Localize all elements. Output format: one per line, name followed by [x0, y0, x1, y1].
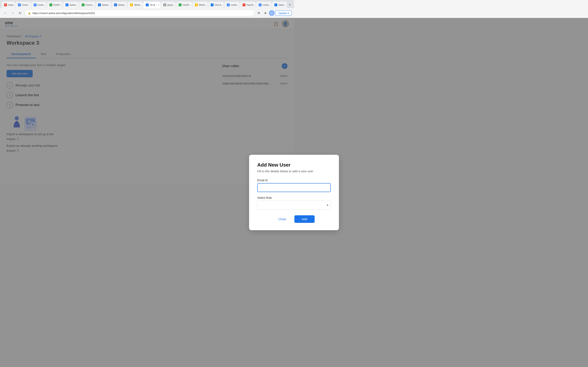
profile-avatar: V — [269, 10, 275, 16]
address-bar-row: ← → ↻ 🔒 https://onev4.active.ai/configur… — [0, 8, 294, 18]
modal-subtitle: Fill in the details below to add a new u… — [257, 169, 294, 173]
tab-label: morfe... — [231, 4, 238, 6]
tab12-favicon: ◇ — [179, 3, 182, 6]
browser-tab-5[interactable]: ◎ Active... — [63, 2, 79, 8]
update-chevron: ▾ — [287, 12, 289, 15]
tab-label: morfe... — [38, 4, 45, 6]
tab5-favicon: ◎ — [66, 3, 68, 6]
tab17-favicon: m — [259, 3, 261, 6]
tab-label: Comm... — [86, 4, 94, 6]
modal-title: Add New User — [257, 162, 294, 168]
browser-tab-16[interactable]: F Faq M... — [240, 2, 256, 8]
tab-label: Morfe... — [134, 4, 142, 6]
tab-label: greyti... — [167, 4, 175, 6]
tab15-favicon: m — [227, 3, 230, 6]
profile-menu-icon[interactable]: V — [269, 10, 275, 16]
add-user-modal: Add New User Fill in the details below t… — [249, 155, 294, 184]
browser-tab-7[interactable]: ◎ Active... — [95, 2, 111, 8]
email-form-group: Email Id — [257, 179, 294, 184]
tab18-favicon: A — [274, 3, 277, 6]
browser-tab-13[interactable]: M Morfe... — [192, 2, 208, 8]
lock-icon: 🔒 — [28, 12, 31, 15]
back-button[interactable]: ← — [2, 10, 8, 16]
browser-tab-2[interactable]: M morfe... — [16, 2, 31, 8]
browser-tab-6[interactable]: ◇ Comm... — [79, 2, 95, 8]
browser-tab-17[interactable]: m morfe... — [256, 2, 272, 8]
tab-bar: ✉ Inbox M morfe... M morfe... ◇ OnePr...… — [0, 0, 294, 8]
update-button[interactable]: Update ▾ — [276, 11, 292, 16]
update-label: Update — [278, 12, 287, 15]
browser-tab-8[interactable]: ◎ Active... — [112, 2, 127, 8]
new-tab-button[interactable]: + — [287, 2, 292, 8]
tab-label: One A... — [215, 4, 223, 6]
tab-label: On A... — [150, 4, 157, 6]
tab-label: OnePr... — [53, 4, 62, 6]
tab-label: Active... — [70, 4, 78, 6]
tab11-favicon: g — [163, 3, 166, 6]
tab-label: Inbox — [8, 4, 14, 6]
url-text: https://onev4.active.ai/configuration/Wo… — [33, 12, 95, 15]
browser-chrome: ✉ Inbox M morfe... M morfe... ◇ OnePr...… — [0, 0, 294, 18]
tab3-favicon: M — [34, 3, 36, 6]
forward-button[interactable]: → — [10, 10, 16, 16]
browser-tab-9[interactable]: M Morfe... — [128, 2, 143, 8]
browser-tab-14[interactable]: A One A... — [208, 2, 224, 8]
tab-label: Morfe... — [199, 4, 207, 6]
inbox-favicon: ✉ — [4, 3, 7, 6]
browser-tab-18[interactable]: A Dash... — [272, 2, 287, 8]
address-bar[interactable]: 🔒 https://onev4.active.ai/configuration/… — [25, 10, 254, 16]
tab4-favicon: ◇ — [49, 3, 52, 6]
browser-tab-4[interactable]: ◇ OnePr... — [47, 2, 63, 8]
tab-label: morfe... — [263, 4, 270, 6]
browser-tab-15[interactable]: m morfe... — [224, 2, 240, 8]
tab-close-icon[interactable]: × — [158, 3, 159, 6]
tab-label: morfe... — [22, 4, 30, 6]
email-input[interactable] — [257, 183, 294, 184]
browser-tab-inbox[interactable]: ✉ Inbox — [2, 2, 15, 8]
tab7-favicon: ◎ — [98, 3, 101, 6]
tab-active-favicon: A — [146, 3, 149, 6]
tab13-favicon: M — [195, 3, 198, 6]
tab16-favicon: F — [242, 3, 245, 6]
tab2-favicon: M — [18, 3, 21, 6]
tab8-favicon: ◎ — [114, 3, 117, 6]
browser-tab-11[interactable]: g greyti... — [161, 2, 176, 8]
tab-label: Faq M... — [247, 4, 255, 6]
tab-label: OnePr... — [183, 4, 191, 6]
tab-label: Dash... — [278, 4, 286, 6]
bookmark-icon[interactable]: ★ — [262, 10, 268, 16]
browser-tab-active[interactable]: A On A... × — [143, 2, 160, 8]
tab6-favicon: ◇ — [82, 3, 85, 6]
browser-tab-3[interactable]: M morfe... — [31, 2, 47, 8]
tab9-favicon: M — [130, 3, 133, 6]
extensions-icon[interactable]: ⚙ — [256, 10, 261, 16]
tab14-favicon: A — [211, 3, 214, 6]
tab-label: Active... — [102, 4, 110, 6]
browser-tab-12[interactable]: ◇ OnePr... — [176, 2, 192, 8]
modal-overlay: Add New User Fill in the details below t… — [0, 18, 294, 184]
email-label: Email Id — [257, 179, 294, 182]
tab-label: Active... — [118, 4, 126, 6]
toolbar-icons: ⚙ ★ V Update ▾ — [256, 10, 292, 16]
reload-button[interactable]: ↻ — [17, 10, 23, 16]
